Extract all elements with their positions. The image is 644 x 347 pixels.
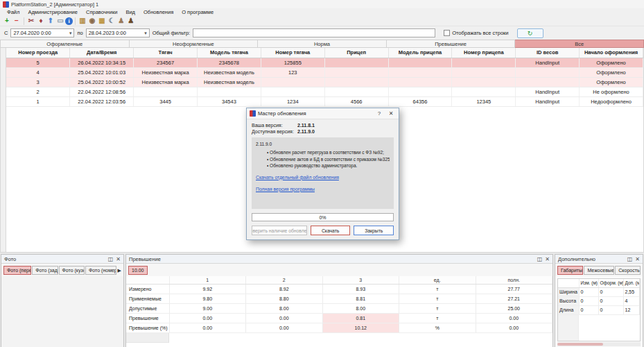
cell: т (399, 294, 476, 303)
cell: т (399, 303, 476, 313)
date-from-value: 27.04.2020 0:00 (13, 30, 51, 36)
truck-icon[interactable]: ▥ (78, 17, 87, 26)
table-row[interactable]: 4 25.04.2022 10:01:03 Неизвестная марка … (6, 67, 643, 77)
cargo-truck-icon[interactable]: ▦ (97, 17, 107, 26)
cell (388, 58, 452, 67)
dims-col-measured: Изм. (м) (579, 279, 598, 287)
remove-icon[interactable]: − (12, 17, 21, 26)
cell (516, 67, 580, 77)
help-icon[interactable]: ? (374, 110, 384, 118)
close-panel-icon[interactable]: ✕ (635, 256, 640, 262)
camera-icon[interactable]: ◉ (87, 17, 97, 26)
menu-directories[interactable]: Справочники (82, 9, 121, 15)
cell: 25.04.2022 10:01:03 (70, 67, 134, 77)
col-trailer-model[interactable]: Модель прицепа (388, 48, 452, 58)
scissors-icon[interactable]: ✂ (26, 17, 36, 26)
table-row[interactable]: 5 26.04.2022 10:34:15 234567 2345678 125… (6, 58, 643, 67)
tab-speed-10[interactable]: 10.00 (128, 266, 148, 275)
float-panel-icon[interactable]: ◫ (108, 256, 114, 262)
menu-administration[interactable]: Администрирование (24, 9, 82, 15)
tab-norm[interactable]: Норма (258, 40, 387, 48)
col-trailer-number[interactable]: Номер прицепа (452, 48, 516, 58)
menu-file[interactable]: Файл (3, 9, 24, 15)
close-button[interactable]: Закрыть (354, 226, 394, 235)
window-icon[interactable]: ▭ (55, 17, 65, 26)
show-all-rows-label: Отображать все строки (452, 30, 508, 36)
menu-bar: Файл Администрирование Справочники Вид О… (0, 8, 644, 16)
dialog-title-bar: Мастер обновления ? ✕ (247, 108, 399, 119)
date-to-select[interactable]: 28.04.2023 0:00 ▾ (86, 28, 150, 37)
tab-speed[interactable]: Скорость (615, 266, 641, 275)
download-button[interactable]: Скачать (311, 226, 351, 235)
dims-label-column-fill (558, 315, 579, 341)
cell-highlight: 0.81 (322, 313, 399, 323)
menu-about[interactable]: О программе (177, 9, 218, 15)
window-title: PlatformStation_2 [Администратор] 1 (11, 1, 98, 8)
your-version-value: 2.11.8.1 (297, 123, 315, 128)
col-passage-number[interactable]: Номер проезда (6, 48, 70, 58)
tab-interaxle[interactable]: Межосевые (584, 266, 614, 275)
table-row[interactable]: 3 25.04.2022 10:00:52 Неизвестная марка … (6, 77, 643, 87)
cell (452, 67, 516, 77)
exceed-col-axle3: 3 (322, 276, 399, 284)
changelog-version: 2.11.9.0 (256, 141, 390, 147)
menu-updates[interactable]: Обновления (139, 9, 177, 15)
show-all-rows-checkbox[interactable] (444, 30, 450, 36)
refresh-button[interactable]: ↻ (517, 28, 543, 38)
users-icon[interactable]: ♟ (126, 17, 136, 26)
cell: 25.04.2022 10:00:52 (70, 77, 134, 87)
moon-icon[interactable]: ☾ (107, 17, 116, 26)
tab-registered[interactable]: Оформленные (0, 40, 130, 48)
col-tractor-model[interactable]: Модель тягача (198, 48, 261, 58)
tab-scroll-right-icon[interactable]: ▶ (118, 268, 121, 273)
date-from-select[interactable]: 27.04.2020 0:00 ▾ (10, 28, 74, 37)
tab-photo-body[interactable]: Фото (кузов) (59, 266, 85, 275)
extra-tabs: Габариты Межосевые Скорость (555, 264, 643, 276)
tab-photo-plate[interactable]: Фото (номер пе (85, 266, 116, 275)
available-version-label: Доступная версия: (252, 129, 297, 134)
info-icon[interactable]: i (65, 17, 73, 25)
stamp-icon[interactable]: ♦ (36, 17, 46, 26)
exceed-row-exceed-percent: Превышение (%) 0.00 0.00 10.12 % 0.00 (126, 323, 552, 332)
col-tractor[interactable]: Тягач (134, 48, 198, 58)
col-registration[interactable]: Начало оформления (580, 48, 643, 58)
float-panel-icon[interactable]: ◫ (537, 256, 543, 262)
tab-photo-rear[interactable]: Фото (задн.) (32, 266, 58, 275)
float-panel-icon[interactable]: ◫ (627, 256, 633, 262)
col-tractor-number[interactable]: Номер тягача (261, 48, 324, 58)
tab-photo-front[interactable]: Фото (перед.) (3, 266, 31, 275)
cell: 123 (261, 67, 324, 77)
col-scale-id[interactable]: ID весов (516, 48, 580, 58)
check-updates-button[interactable]: Проверить наличие обновлений (252, 226, 307, 235)
user-icon[interactable]: ♟ (116, 17, 126, 26)
cell: 0 (579, 305, 598, 314)
exceed-row-stub (126, 333, 169, 343)
full-version-link[interactable]: Полная версия программы (256, 186, 390, 193)
close-icon[interactable]: ✕ (386, 110, 396, 118)
cell (134, 87, 198, 96)
tab-unregistered[interactable]: Неоформленные (130, 40, 259, 48)
table-row[interactable]: 2 22.04.2022 12:08:56 HandInput Не оформ… (6, 87, 643, 96)
table-row[interactable]: 1 22.04.2022 12:03:56 3445 34543 1234 45… (6, 96, 643, 106)
cell: 125855 (261, 58, 324, 67)
extra-panel-title: Дополнительно (558, 256, 595, 262)
general-filter-input[interactable] (193, 28, 435, 37)
scrollbar-thumb[interactable] (557, 343, 603, 346)
download-update-file-link[interactable]: Скачать отдельный файл обновления (256, 174, 390, 181)
menu-view[interactable]: Вид (121, 9, 139, 15)
cell: % (399, 323, 476, 332)
exceed-tabs: 10.00 (126, 264, 552, 276)
add-icon[interactable]: + (2, 17, 12, 26)
tab-all[interactable]: Все (515, 40, 644, 48)
tab-dimensions[interactable]: Габариты (557, 266, 583, 275)
arrow-up-icon[interactable]: ⇑ (46, 17, 55, 26)
col-trailer[interactable]: Прицеп (324, 48, 388, 58)
horizontal-scrollbar[interactable] (557, 342, 641, 346)
close-panel-icon[interactable]: ✕ (116, 256, 121, 262)
col-datetime[interactable]: Дата/Время (70, 48, 134, 58)
cell (324, 87, 388, 96)
cell: 8.80 (246, 294, 323, 303)
close-panel-icon[interactable]: ✕ (545, 256, 550, 262)
tab-exceed[interactable]: Превышение (387, 40, 516, 48)
cell: 234567 (134, 58, 198, 67)
